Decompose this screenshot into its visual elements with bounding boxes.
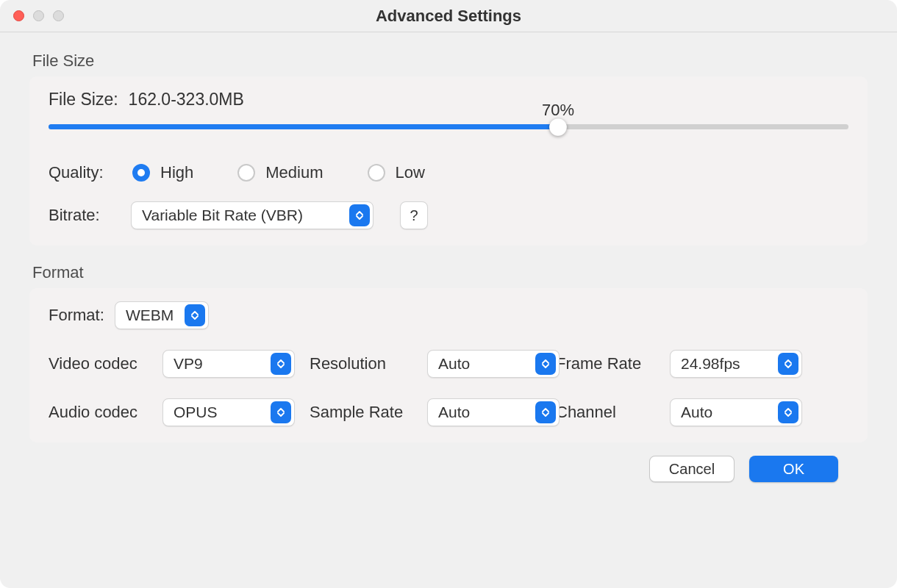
sample-rate-value: Auto <box>438 404 477 421</box>
chevron-up-down-icon <box>349 204 370 226</box>
slider-fill <box>49 124 558 129</box>
ok-button-label: OK <box>783 461 804 478</box>
slider-thumb[interactable] <box>549 118 567 136</box>
chevron-up-down-icon <box>185 304 205 326</box>
format-select[interactable]: WEBM <box>115 301 209 329</box>
bitrate-select[interactable]: Variable Bit Rate (VBR) <box>131 201 374 229</box>
format-label: Format: <box>49 306 115 325</box>
file-size-panel: File Size: 162.0-323.0MB 70% Quality: Hi… <box>29 76 868 245</box>
frame-rate-value: 24.98fps <box>681 355 748 373</box>
chevron-up-down-icon <box>778 401 798 423</box>
frame-rate-select[interactable]: 24.98fps <box>670 350 802 378</box>
audio-codec-value: OPUS <box>174 404 225 421</box>
slider-track <box>49 124 848 129</box>
file-size-value: 162.0-323.0MB <box>129 90 244 110</box>
quality-option-label: Medium <box>265 163 323 182</box>
quality-radio-group: HighMediumLow <box>132 163 425 182</box>
resolution-label: Resolution <box>310 354 427 373</box>
sample-rate-select[interactable]: Auto <box>427 398 560 426</box>
file-size-slider[interactable]: 70% <box>49 124 848 129</box>
format-row: Format: WEBM <box>49 301 848 329</box>
quality-option-medium[interactable]: Medium <box>237 163 323 182</box>
chevron-up-down-icon <box>535 353 556 375</box>
channel-select[interactable]: Auto <box>670 398 802 426</box>
radio-icon <box>368 164 385 182</box>
dialog-footer: Cancel OK <box>29 442 868 482</box>
video-codec-select[interactable]: VP9 <box>162 350 295 378</box>
chevron-up-down-icon <box>271 401 291 423</box>
bitrate-help-button[interactable]: ? <box>400 201 428 229</box>
radio-icon <box>237 164 255 182</box>
file-size-label: File Size: <box>49 90 118 110</box>
codec-grid: Video codec VP9 Resolution Auto <box>49 350 848 426</box>
titlebar: Advanced Settings <box>0 0 897 32</box>
content: File Size File Size: 162.0-323.0MB 70% Q… <box>0 32 897 588</box>
file-size-section-title: File Size <box>32 51 865 71</box>
frame-rate-label: Frame Rate <box>556 354 670 373</box>
chevron-up-down-icon <box>271 353 291 375</box>
quality-option-high[interactable]: High <box>132 163 193 182</box>
quality-option-low[interactable]: Low <box>368 163 425 182</box>
cancel-button[interactable]: Cancel <box>649 456 735 482</box>
advanced-settings-window: Advanced Settings File Size File Size: 1… <box>0 0 897 588</box>
radio-icon <box>132 164 150 182</box>
channel-label: Channel <box>556 403 670 422</box>
video-codec-label: Video codec <box>49 354 162 373</box>
bitrate-row: Bitrate: Variable Bit Rate (VBR) ? <box>49 201 848 229</box>
quality-label: Quality: <box>49 163 115 182</box>
bitrate-label: Bitrate: <box>49 206 115 225</box>
format-section-title: Format <box>32 263 865 282</box>
ok-button[interactable]: OK <box>749 456 838 482</box>
quality-option-label: High <box>160 163 193 182</box>
video-codec-value: VP9 <box>174 355 210 373</box>
bitrate-help-label: ? <box>410 207 418 224</box>
audio-codec-select[interactable]: OPUS <box>162 398 295 426</box>
channel-value: Auto <box>681 404 720 421</box>
quality-option-label: Low <box>396 163 425 182</box>
resolution-select[interactable]: Auto <box>427 350 560 378</box>
cancel-button-label: Cancel <box>669 461 715 478</box>
audio-codec-label: Audio codec <box>49 403 162 422</box>
bitrate-value: Variable Bit Rate (VBR) <box>142 207 310 224</box>
slider-percentage-label: 70% <box>542 101 574 120</box>
format-value: WEBM <box>126 306 181 324</box>
file-size-row: File Size: 162.0-323.0MB <box>49 90 848 110</box>
format-panel: Format: WEBM Video codec VP9 <box>29 288 868 442</box>
window-title: Advanced Settings <box>0 7 897 26</box>
chevron-up-down-icon <box>535 401 556 423</box>
quality-row: Quality: HighMediumLow <box>49 163 848 182</box>
chevron-up-down-icon <box>778 353 798 375</box>
sample-rate-label: Sample Rate <box>310 403 427 422</box>
resolution-value: Auto <box>438 355 477 373</box>
